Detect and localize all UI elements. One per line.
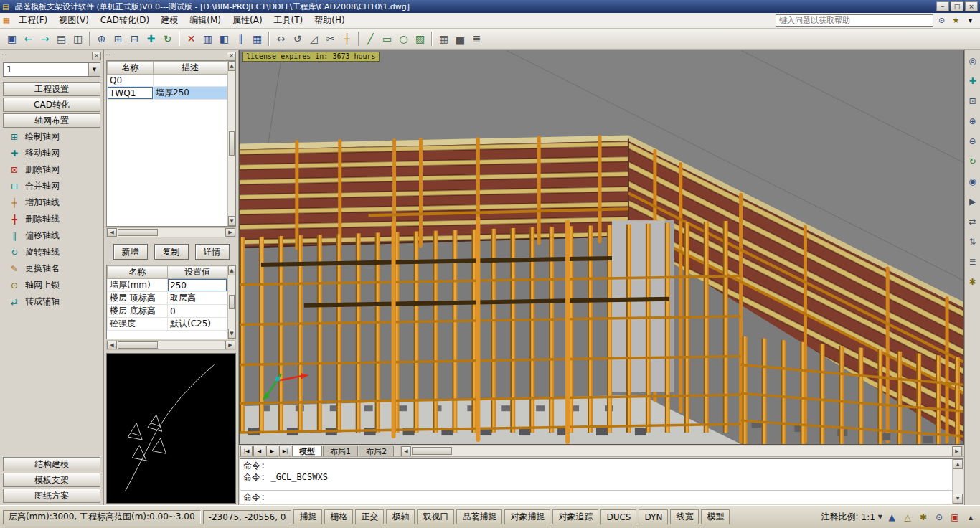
zoom-out-icon[interactable]: ⊖: [966, 134, 979, 148]
offset-icon[interactable]: ∥: [232, 31, 249, 47]
prop-value-cell[interactable]: [168, 279, 227, 292]
toggle-polar[interactable]: 极轴: [386, 509, 415, 524]
scroll-left-button[interactable]: ◀: [107, 228, 117, 237]
toggle-ortho[interactable]: 正交: [355, 509, 384, 524]
props-hscrollbar[interactable]: ◀ ▶: [106, 340, 236, 350]
polyline-icon[interactable]: ╱: [362, 31, 379, 47]
align-icon[interactable]: ≣: [966, 255, 979, 268]
sidebar-tool-draw-axis-grid[interactable]: ⊞ 绘制轴网: [2, 128, 101, 145]
tab-first-button[interactable]: |◀: [240, 446, 253, 456]
toolbar-lock-icon[interactable]: ⊙: [933, 511, 946, 524]
tab-model[interactable]: 模型: [292, 446, 322, 456]
flip-horizontal-icon[interactable]: ⇄: [966, 214, 979, 228]
maximize-button[interactable]: □: [951, 1, 963, 11]
annotation-scale-value[interactable]: 1:1: [862, 512, 875, 522]
scroll-left-button[interactable]: ◀: [401, 446, 411, 456]
annotation-autoscale-icon[interactable]: △: [901, 511, 914, 524]
scroll-up-button[interactable]: ▲: [228, 61, 235, 71]
menu-edit[interactable]: 编辑(M): [184, 12, 227, 29]
calculator-icon[interactable]: ≣: [468, 31, 485, 47]
sidebar-tool-offset-axis-line[interactable]: ∥ 偏移轴线: [2, 227, 101, 244]
trim-icon[interactable]: ✂: [322, 31, 339, 47]
view-settings-icon[interactable]: ✱: [966, 275, 979, 288]
annotation-visibility-icon[interactable]: ▲: [885, 511, 898, 524]
save-icon[interactable]: ▣: [4, 31, 20, 47]
scroll-left-button[interactable]: ◀: [107, 341, 117, 349]
wall-panel-close-button[interactable]: ×: [227, 52, 236, 60]
wall-list-row[interactable]: Q0: [108, 75, 227, 87]
scroll-thumb[interactable]: [118, 229, 158, 236]
wall-list-scrollbar[interactable]: ▲ ▼: [227, 61, 235, 226]
tab-prev-button[interactable]: ◀: [253, 446, 265, 456]
scroll-thumb[interactable]: [412, 447, 452, 455]
tab-layout2[interactable]: 布局2: [359, 446, 394, 456]
command-scrollbar[interactable]: ▲ ▼: [952, 459, 963, 504]
command-input-line[interactable]: 命令:: [240, 490, 952, 504]
viewport-3d[interactable]: license expires in: 3673 hours: [239, 50, 964, 445]
sidebar-section-project-settings[interactable]: 工程设置: [3, 82, 100, 96]
scroll-thumb[interactable]: [229, 131, 235, 156]
array-icon[interactable]: ▦: [249, 31, 265, 47]
command-window[interactable]: 命令: 命令: _GCL_BCSWXS 命令: ▲ ▼: [240, 458, 963, 504]
scroll-up-button[interactable]: ▲: [953, 459, 963, 469]
menu-tools[interactable]: 工具(T): [268, 12, 309, 29]
show-motion-icon[interactable]: ▶: [966, 194, 979, 208]
sidebar-tool-add-axis-line[interactable]: ┼ 增加轴线: [2, 194, 101, 211]
sidebar-section-structure-modeling[interactable]: 结构建模: [3, 457, 100, 471]
scroll-right-button[interactable]: ▶: [225, 228, 235, 237]
orbit-icon[interactable]: ↻: [159, 31, 176, 47]
toggle-pinming-snap[interactable]: 品茗捕捉: [456, 509, 502, 524]
sidebar-tool-move-axis-grid[interactable]: ✚ 移动轴网: [2, 145, 101, 161]
copy-icon[interactable]: ▥: [199, 31, 216, 47]
combo-dropdown-icon[interactable]: ▼: [88, 63, 100, 76]
sidebar-section-cad-convert[interactable]: CAD转化: [3, 98, 100, 112]
toggle-object-snap[interactable]: 对象捕捉: [504, 509, 550, 524]
search-icon[interactable]: ⊙: [936, 14, 948, 27]
scroll-down-button[interactable]: ▼: [228, 216, 235, 226]
sidebar-tool-rename-axis[interactable]: ✎ 更换轴名: [2, 260, 101, 277]
orbit-icon[interactable]: ↻: [966, 154, 979, 168]
plot-icon[interactable]: ▤: [53, 31, 70, 47]
sidebar-tool-merge-axis-grid[interactable]: ⊟ 合并轴网: [2, 178, 101, 194]
tab-last-button[interactable]: ▶|: [279, 446, 291, 456]
zoom-extents-icon[interactable]: ⊡: [966, 94, 979, 108]
menu-modeling[interactable]: 建模: [155, 12, 184, 29]
minimize-button[interactable]: –: [936, 1, 949, 11]
erase-icon[interactable]: ✕: [183, 31, 199, 47]
tab-next-button[interactable]: ▶: [266, 446, 278, 456]
prop-row-bottom-elevation[interactable]: 楼层 底标高 0: [108, 305, 227, 318]
toggle-ducs[interactable]: DUCS: [600, 509, 636, 524]
circle-icon[interactable]: ○: [395, 31, 412, 47]
zoom-realtime-icon[interactable]: ⊕: [93, 31, 110, 47]
wall-desc-cell[interactable]: 墙厚250: [154, 87, 227, 100]
menu-view[interactable]: 视图(V): [53, 12, 95, 29]
wall-list-hscrollbar[interactable]: ◀ ▶: [106, 227, 236, 237]
viewport-hscrollbar[interactable]: ◀ ▶: [400, 446, 963, 456]
tab-layout1[interactable]: 布局1: [323, 446, 358, 456]
wall-list-col-desc[interactable]: 描述: [154, 62, 227, 75]
menu-project[interactable]: 工程(F): [13, 12, 53, 29]
wall-list-col-name[interactable]: 名称: [108, 62, 154, 75]
hatch-icon[interactable]: ▨: [412, 31, 428, 47]
prop-row-top-elevation[interactable]: 楼层 顶标高 取层高: [108, 292, 227, 305]
floor-select[interactable]: 1 ▼: [3, 62, 100, 77]
scroll-down-button[interactable]: ▼: [953, 494, 963, 504]
wall-list-row-selected[interactable]: 墙厚250: [108, 87, 227, 100]
sidebar-close-button[interactable]: ×: [92, 52, 101, 60]
panel-grip[interactable]: ∷: [106, 52, 111, 60]
copy-button[interactable]: 复制: [154, 244, 189, 260]
toggle-snap[interactable]: 捕捉: [293, 509, 322, 524]
wall-desc-cell[interactable]: [154, 75, 227, 87]
prop-value-cell[interactable]: 取层高: [168, 292, 227, 305]
prop-row-concrete-grade[interactable]: 砼强度 默认(C25): [108, 318, 227, 331]
chart-icon[interactable]: ▅: [452, 31, 468, 47]
scroll-right-button[interactable]: ▶: [225, 341, 235, 349]
steering-wheel-icon[interactable]: ◎: [966, 54, 979, 67]
plot-preview-icon[interactable]: ◫: [70, 31, 86, 47]
sidebar-tool-convert-aux-axis[interactable]: ⇄ 转成辅轴: [2, 293, 101, 310]
favorites-icon[interactable]: ★: [950, 14, 962, 27]
toggle-lineweight[interactable]: 线宽: [670, 509, 699, 524]
menu-cad-convert[interactable]: CAD转化(D): [95, 12, 155, 29]
scroll-thumb[interactable]: [118, 341, 158, 349]
toggle-grid[interactable]: 栅格: [324, 509, 353, 524]
